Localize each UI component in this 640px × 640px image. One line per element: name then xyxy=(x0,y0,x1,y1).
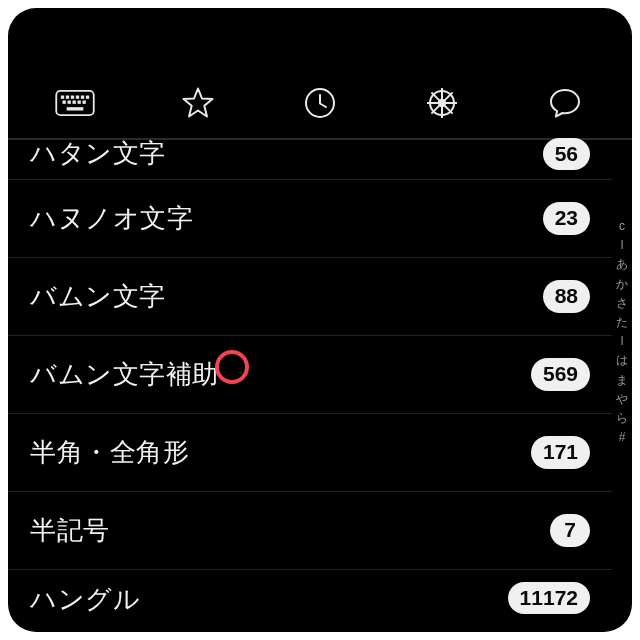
svg-rect-12 xyxy=(67,107,84,110)
index-letter[interactable]: あ xyxy=(616,258,628,271)
count-badge: 569 xyxy=(531,358,590,390)
star-icon xyxy=(181,86,215,120)
list-item[interactable]: バムン文字 88 xyxy=(8,258,612,336)
list-item[interactable]: 半角・全角形 171 xyxy=(8,414,612,492)
annotation-circle xyxy=(215,350,249,384)
count-badge: 7 xyxy=(550,514,590,546)
list-item[interactable]: ハヌノオ文字 23 xyxy=(8,180,612,258)
count-badge: 88 xyxy=(543,280,590,312)
svg-rect-4 xyxy=(76,96,79,99)
count-badge: 171 xyxy=(531,436,590,468)
svg-rect-3 xyxy=(71,96,74,99)
index-letter[interactable]: た xyxy=(616,316,628,329)
count-badge: 11172 xyxy=(508,582,590,614)
keyboard-icon xyxy=(55,89,95,117)
chat-icon xyxy=(548,86,582,120)
index-letter[interactable]: ら xyxy=(616,412,628,425)
index-letter[interactable]: c xyxy=(619,220,625,233)
svg-rect-8 xyxy=(68,101,71,104)
list-item-label: ハヌノオ文字 xyxy=(30,201,193,236)
index-letter[interactable]: ま xyxy=(616,374,628,387)
svg-rect-7 xyxy=(63,101,66,104)
tab-recent[interactable] xyxy=(259,68,381,138)
tab-settings[interactable] xyxy=(381,68,503,138)
clock-icon xyxy=(303,86,337,120)
list-item[interactable]: バムン文字補助 569 xyxy=(8,336,612,414)
tab-chat[interactable] xyxy=(504,68,626,138)
svg-rect-10 xyxy=(78,101,81,104)
svg-rect-6 xyxy=(86,96,89,99)
svg-rect-5 xyxy=(81,96,84,99)
index-letter[interactable]: l xyxy=(621,239,624,252)
list-item-label: ハングル xyxy=(30,586,140,612)
list-item-label: ハタン文字 xyxy=(30,140,166,166)
tab-bar xyxy=(8,68,632,138)
count-badge: 23 xyxy=(543,202,590,234)
count-badge: 56 xyxy=(543,138,590,170)
tab-favorites[interactable] xyxy=(136,68,258,138)
list-item-label: バムン文字 xyxy=(30,279,166,314)
svg-rect-2 xyxy=(66,96,69,99)
tab-keyboard[interactable] xyxy=(14,68,136,138)
list-item[interactable]: 半記号 7 xyxy=(8,492,612,570)
section-index[interactable]: c l あ か さ た l は ま や ら # xyxy=(612,220,632,444)
wheel-icon xyxy=(425,86,459,120)
app-frame: ハタン文字 56 ハヌノオ文字 23 バムン文字 88 バムン文字補助 569 … xyxy=(8,8,632,632)
list-item-label: 半記号 xyxy=(30,513,110,548)
svg-rect-1 xyxy=(61,96,64,99)
index-letter[interactable]: は xyxy=(616,354,628,367)
category-list[interactable]: ハタン文字 56 ハヌノオ文字 23 バムン文字 88 バムン文字補助 569 … xyxy=(8,140,612,632)
list-item-label: バムン文字補助 xyxy=(30,357,219,392)
index-letter[interactable]: か xyxy=(616,278,628,291)
index-letter[interactable]: l xyxy=(621,335,624,348)
index-letter[interactable]: # xyxy=(619,431,626,444)
list-item[interactable]: ハングル 11172 xyxy=(8,570,612,612)
svg-rect-9 xyxy=(73,101,76,104)
svg-rect-11 xyxy=(83,101,86,104)
index-letter[interactable]: や xyxy=(616,393,628,406)
list-item-label: 半角・全角形 xyxy=(30,435,189,470)
index-letter[interactable]: さ xyxy=(616,297,628,310)
list-item[interactable]: ハタン文字 56 xyxy=(8,140,612,180)
